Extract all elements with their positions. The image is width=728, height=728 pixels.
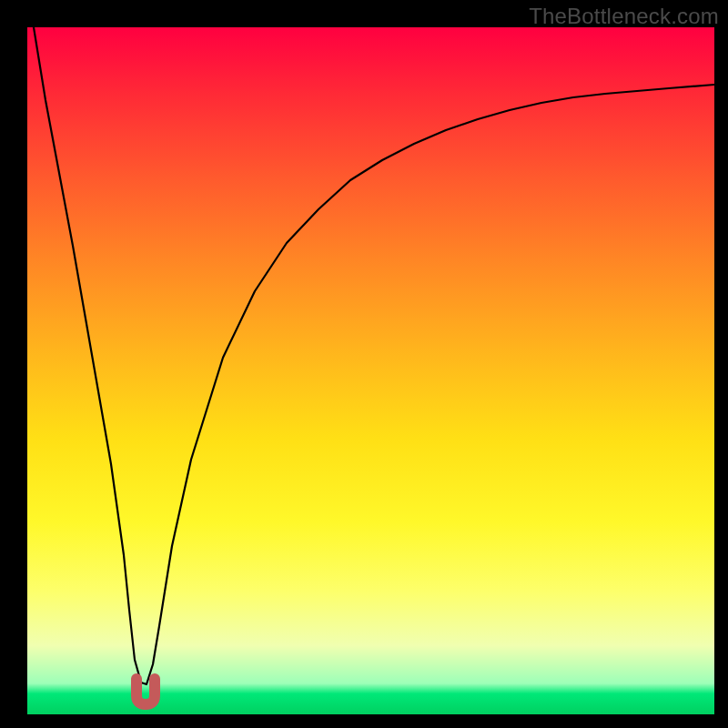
chart-svg bbox=[27, 27, 714, 714]
chart-plot-area bbox=[27, 27, 714, 714]
bottleneck-curve-path bbox=[34, 27, 714, 684]
marker-u bbox=[136, 679, 155, 704]
watermark-text: TheBottleneck.com bbox=[529, 4, 719, 29]
